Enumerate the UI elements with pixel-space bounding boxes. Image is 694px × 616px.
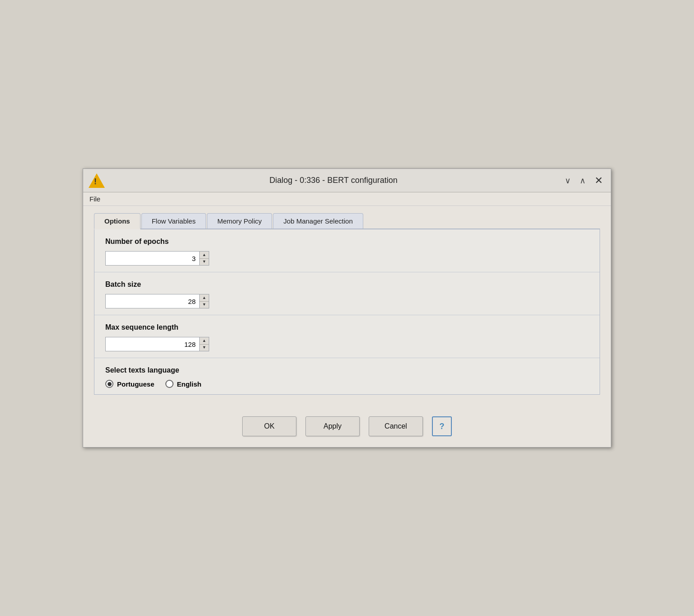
batch-spinner-buttons: ▲ ▼ (199, 294, 209, 308)
epochs-spinner: ▲ ▼ (105, 251, 209, 266)
title-bar: Dialog - 0:336 - BERT configuration ∨ ∧ … (83, 169, 611, 192)
app-logo-icon (89, 173, 105, 188)
help-button[interactable]: ? (432, 416, 452, 436)
language-radio-group: Portuguese English (105, 380, 589, 388)
english-option[interactable]: English (165, 380, 202, 388)
sequence-section: Max sequence length ▲ ▼ (94, 315, 600, 358)
epochs-input[interactable] (105, 251, 199, 266)
sequence-up-button[interactable]: ▲ (200, 337, 209, 345)
batch-up-button[interactable]: ▲ (200, 294, 209, 302)
options-panel: Number of epochs ▲ ▼ Batch size ▲ ▼ (94, 229, 600, 395)
tab-bar: Options Flow Variables Memory Policy Job… (94, 213, 600, 229)
sequence-spinner-buttons: ▲ ▼ (199, 337, 209, 351)
batch-section: Batch size ▲ ▼ (94, 272, 600, 315)
portuguese-radio[interactable] (105, 380, 113, 388)
file-menu[interactable]: File (89, 195, 100, 203)
expand-button[interactable]: ∧ (577, 175, 588, 187)
tab-flow-variables[interactable]: Flow Variables (141, 213, 206, 229)
epochs-label: Number of epochs (105, 238, 589, 246)
epochs-spinner-buttons: ▲ ▼ (199, 251, 209, 266)
epochs-down-button[interactable]: ▼ (200, 259, 209, 266)
language-section: Select texts language Portuguese English (94, 358, 600, 394)
language-label: Select texts language (105, 366, 589, 374)
batch-input[interactable] (105, 294, 199, 308)
english-label: English (177, 380, 202, 388)
tab-job-manager-selection[interactable]: Job Manager Selection (273, 213, 363, 229)
dialog-window: Dialog - 0:336 - BERT configuration ∨ ∧ … (83, 168, 611, 448)
batch-down-button[interactable]: ▼ (200, 302, 209, 308)
apply-button[interactable]: Apply (305, 416, 360, 436)
window-controls: ∨ ∧ ✕ (562, 174, 605, 187)
main-content: Options Flow Variables Memory Policy Job… (83, 206, 611, 404)
epochs-up-button[interactable]: ▲ (200, 252, 209, 259)
sequence-input[interactable] (105, 337, 199, 351)
ok-button[interactable]: OK (242, 416, 296, 436)
tab-options[interactable]: Options (94, 213, 141, 229)
menu-bar: File (83, 192, 611, 206)
batch-label: Batch size (105, 280, 589, 289)
portuguese-label: Portuguese (117, 380, 155, 388)
footer: OK Apply Cancel ? (83, 404, 611, 447)
tab-memory-policy[interactable]: Memory Policy (207, 213, 272, 229)
cancel-button[interactable]: Cancel (369, 416, 423, 436)
portuguese-option[interactable]: Portuguese (105, 380, 155, 388)
sequence-down-button[interactable]: ▼ (200, 345, 209, 351)
window-title: Dialog - 0:336 - BERT configuration (110, 176, 557, 185)
batch-spinner: ▲ ▼ (105, 294, 209, 308)
close-button[interactable]: ✕ (592, 174, 605, 187)
epochs-section: Number of epochs ▲ ▼ (94, 229, 600, 272)
collapse-button[interactable]: ∨ (562, 175, 573, 187)
sequence-spinner: ▲ ▼ (105, 337, 209, 351)
english-radio[interactable] (165, 380, 174, 388)
sequence-label: Max sequence length (105, 323, 589, 331)
